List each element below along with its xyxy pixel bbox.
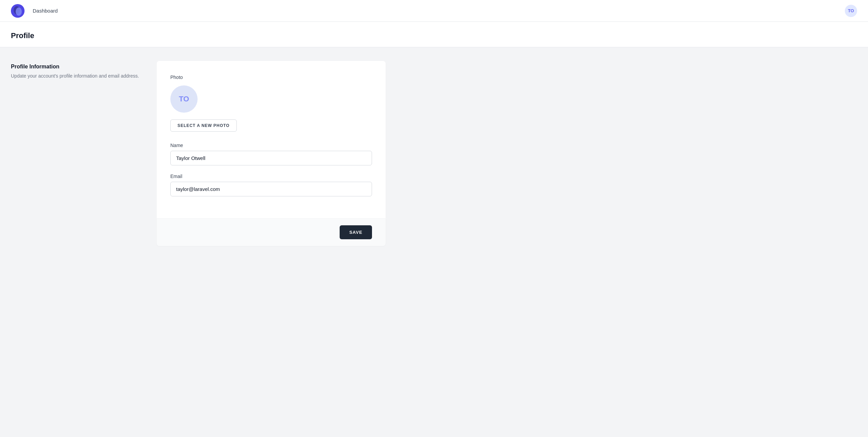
form-card: Photo TO SELECT A NEW PHOTO Name Email [157, 61, 386, 218]
email-input[interactable] [170, 182, 372, 196]
navbar: Dashboard TO [0, 0, 868, 22]
form-card-wrapper: Photo TO SELECT A NEW PHOTO Name Email S… [157, 61, 386, 246]
profile-section: Profile Information Update your account'… [11, 61, 386, 246]
main-content: Profile Information Update your account'… [0, 47, 868, 437]
save-button[interactable]: SAVE [340, 225, 372, 239]
photo-label: Photo [170, 75, 372, 80]
dashboard-link[interactable]: Dashboard [33, 8, 58, 14]
avatar-large: TO [170, 85, 198, 113]
email-field-group: Email [170, 174, 372, 196]
page-title: Profile [11, 31, 857, 40]
user-avatar[interactable]: TO [845, 5, 857, 17]
app-logo[interactable] [11, 4, 25, 18]
page-header: Profile [0, 22, 868, 47]
section-description: Profile Information Update your account'… [11, 61, 140, 80]
name-input[interactable] [170, 151, 372, 165]
name-field-group: Name [170, 143, 372, 165]
email-label: Email [170, 174, 372, 179]
section-title: Profile Information [11, 64, 140, 70]
svg-point-2 [16, 7, 22, 16]
name-label: Name [170, 143, 372, 148]
navbar-left: Dashboard [11, 4, 58, 18]
section-subtitle: Update your account's profile informatio… [11, 72, 140, 80]
form-card-footer: SAVE [157, 218, 386, 246]
select-photo-button[interactable]: SELECT A NEW PHOTO [170, 119, 237, 132]
